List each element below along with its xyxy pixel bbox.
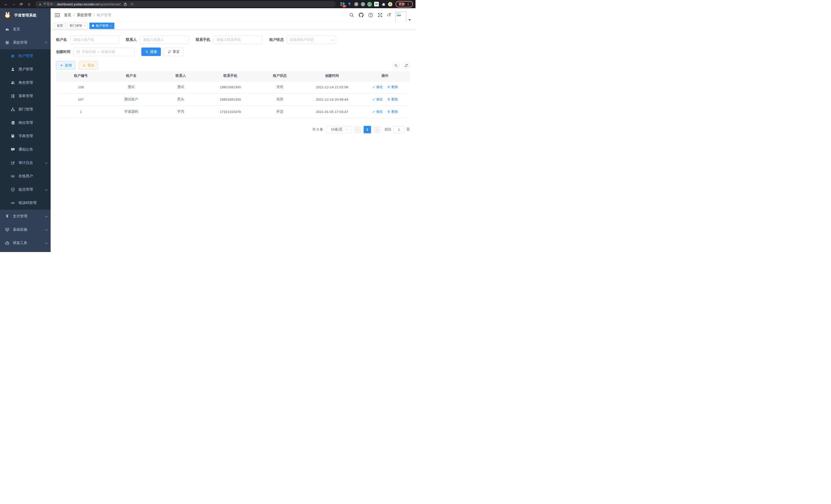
edit-link[interactable]: 修改 [372,85,383,89]
user-avatar-wrap [396,11,411,22]
reset-button[interactable]: 重置 [164,48,183,56]
sidebar-item-role[interactable]: 角色管理 [0,76,51,89]
tab-close-icon[interactable]: × [110,24,112,27]
extension-command-icon[interactable]: ⌘ [354,2,359,6]
sidebar-item-online-users[interactable]: 在线用户 [0,170,51,183]
extension-grid-icon[interactable]: 10 [340,2,345,6]
edit-pencil-icon [372,98,375,101]
chevron-down-icon [331,38,334,40]
export-button[interactable]: 导出 [79,61,98,69]
sidebar-item-home[interactable]: 首页 [0,23,51,36]
extension-badge: 10 [343,5,346,8]
extension-y-icon[interactable]: Y [368,2,372,6]
chrome-update-button[interactable]: 更新 ⋮ [396,1,413,7]
tab-dept[interactable]: 部门管理 × [67,23,88,29]
sidebar-item-dict[interactable]: 字典管理 [0,129,51,143]
navbar-actions: ? TT [349,8,411,22]
yen-icon: ¥ [5,214,9,218]
sidebar-item-sms[interactable]: 短信管理 [0,183,51,196]
plus-icon [60,64,63,67]
sidebar-item-menu[interactable]: 菜单管理 [0,89,51,103]
not-secure-label[interactable]: 不安全 [44,2,53,6]
add-button[interactable]: 新增 [56,61,76,69]
edit-link[interactable]: 修改 [372,110,383,114]
refresh-icon [404,64,408,67]
header-search-icon[interactable] [349,12,354,18]
avatar[interactable] [396,11,406,22]
sidebar-item-notice[interactable]: 通知公告 [0,143,51,156]
sidebar-item-post[interactable]: 岗位管理 [0,116,51,129]
status-select[interactable]: 请选择租户状态 [287,35,336,44]
chrome-menu-kebab-icon[interactable]: ⋮ [406,2,410,6]
bookmark-star-icon[interactable]: ☆ [128,1,135,7]
share-icon[interactable] [122,1,128,7]
extension-dot-icon[interactable] [361,2,365,6]
fullscreen-icon[interactable] [377,12,382,18]
breadcrumb-home[interactable]: 首页 [64,13,71,18]
sidebar-item-infra[interactable]: 基础设施 [0,223,51,236]
goto-page-input[interactable] [394,126,404,133]
sidebar-item-dept[interactable]: 部门管理 [0,103,51,116]
chevron-down-icon [45,188,48,190]
url-text[interactable]: dashboard.yudao.iocoder.cn/system/tenant [57,2,120,6]
col-contact: 联系人 [157,71,204,81]
not-secure-warning-icon[interactable]: ▲ [38,2,41,6]
extension-chat-icon[interactable] [374,2,379,6]
prev-page-button[interactable]: ‹ [354,126,361,133]
sidebar-logo-row[interactable]: 芋道管理系统 [0,8,51,23]
shield-check-icon [11,187,15,191]
sidebar-item-pay[interactable]: ¥ 支付管理 [0,210,51,223]
extension-balloon-icon[interactable] [347,2,352,6]
next-page-button[interactable]: › [373,126,381,133]
sidebar-item-tenant[interactable]: 租户管理 [0,49,51,63]
github-icon[interactable] [359,12,364,18]
download-icon [83,64,86,67]
search-button[interactable]: 搜索 [141,48,161,56]
refresh-table-button[interactable] [402,62,410,69]
chevron-down-icon [45,214,48,217]
contact-input[interactable] [140,35,189,44]
browser-back-icon[interactable]: ← [3,1,9,7]
delete-link[interactable]: 删除 [387,85,398,89]
browser-forward-icon[interactable]: → [10,1,17,7]
chevron-down-icon [45,241,48,244]
show-search-toggle-button[interactable] [392,62,400,69]
sidebar-collapse-icon[interactable] [55,12,60,18]
browser-reload-icon[interactable]: ⟳ [18,1,25,7]
edit-link[interactable]: 修改 [372,97,383,102]
edit-pencil-icon [372,86,375,89]
breadcrumb-current: 租户管理 [97,13,111,18]
help-icon[interactable]: ? [368,12,373,18]
delete-link[interactable]: 删除 [387,97,398,102]
menu-tree-icon [11,94,15,98]
browser-home-icon[interactable]: ⌂ [26,1,32,7]
delete-link[interactable]: 删除 [387,110,398,114]
tab-tenant[interactable]: 租户管理 × [89,23,114,29]
tenant-name-input[interactable] [70,35,119,44]
sidebar-item-error-code[interactable]: </> 错误码管理 [0,196,51,210]
extensions-puzzle-icon[interactable] [381,2,386,6]
system-submenu: 租户管理 用户管理 角色管理 [0,49,51,210]
dictionary-book-icon [11,134,15,138]
top-navbar: 首页 / 系统管理 / 租户管理 ? [51,8,416,22]
breadcrumb-system[interactable]: 系统管理 [77,13,91,18]
address-bar[interactable]: ▲ 不安全 dashboard.yudao.iocoder.cn/system/… [35,1,336,7]
font-size-icon[interactable]: TT [387,13,391,18]
sidebar-item-user[interactable]: 用户管理 [0,63,51,76]
sidebar-item-dev-tools[interactable]: 研发工具 [0,236,51,250]
tab-home[interactable]: 首页 [54,23,65,29]
toolbox-icon [5,241,9,245]
mobile-input[interactable] [213,35,263,44]
avatar-caret-icon[interactable] [408,19,411,21]
status-text: 关闭 [256,81,304,93]
sidebar-item-system[interactable]: 系统管理 [0,36,51,49]
tab-close-icon[interactable]: × [84,24,85,27]
org-chart-icon [11,108,15,112]
date-range-picker[interactable]: 开始日期 - 结束日期 [74,48,135,56]
page-size-select[interactable]: 10条/页 [326,126,351,133]
tags-view: 首页 部门管理 × 租户管理 × [51,22,416,30]
page-1-button[interactable]: 1 [364,126,371,133]
table-toolbar: 新增 导出 [56,61,410,69]
sidebar-item-audit-log[interactable]: 审计日志 [0,156,51,170]
extension-emoji-icon[interactable] [388,2,392,6]
